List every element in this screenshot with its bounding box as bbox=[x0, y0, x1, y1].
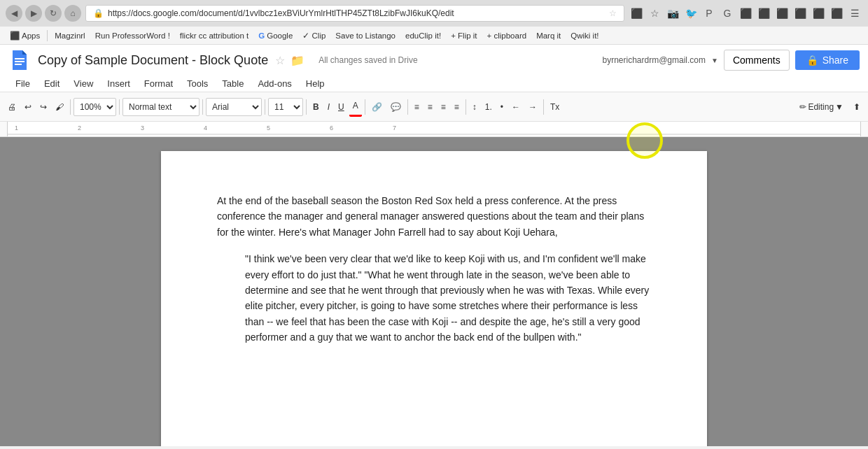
align-center-button[interactable]: ≡ bbox=[424, 97, 436, 117]
line-spacing-button[interactable]: ↕ bbox=[469, 97, 480, 117]
document-page[interactable]: At the end of the baseball season the Bo… bbox=[161, 151, 707, 446]
bold-button[interactable]: B bbox=[309, 97, 323, 117]
align-justify-button[interactable]: ≡ bbox=[451, 97, 463, 117]
bookmark-clipboard[interactable]: + clipboard bbox=[483, 30, 531, 41]
bookmark-apps-label: Apps bbox=[22, 31, 40, 40]
document-area[interactable]: At the end of the baseball season the Bo… bbox=[0, 137, 868, 446]
browser-ext-3[interactable]: 📷 bbox=[665, 6, 680, 21]
paint-format-button[interactable]: 🖌 bbox=[52, 97, 67, 117]
underline-button[interactable]: U bbox=[335, 97, 348, 117]
browser-ext-11[interactable]: ⬛ bbox=[811, 6, 826, 21]
bookmark-star-icon[interactable]: ☆ bbox=[609, 8, 617, 18]
browser-ext-8[interactable]: ⬛ bbox=[756, 6, 771, 21]
bookmark-separator bbox=[47, 30, 48, 41]
menu-addons[interactable]: Add-ons bbox=[251, 76, 298, 92]
comments-button[interactable]: Comments bbox=[724, 50, 790, 71]
bookmark-flickr[interactable]: flickr cc attribution t bbox=[176, 30, 253, 41]
gdocs-header-right: byrnerichardrm@gmail.com ▼ Comments 🔒 Sh… bbox=[602, 50, 860, 71]
zoom-select[interactable]: 100% bbox=[74, 98, 116, 116]
menu-help[interactable]: Help bbox=[299, 76, 332, 92]
forward-button[interactable]: ▶ bbox=[25, 5, 42, 22]
bookmark-listango[interactable]: Save to Listango bbox=[331, 30, 400, 41]
svg-text:5: 5 bbox=[267, 124, 270, 131]
undo-button[interactable]: ↩ bbox=[21, 97, 35, 117]
menu-tools[interactable]: Tools bbox=[180, 76, 215, 92]
bookmarks-bar: ⬛ Apps Magzinrl Run ProfessorWord ! flic… bbox=[0, 27, 868, 45]
bookmark-magzinrl-label: Magzinrl bbox=[55, 31, 85, 40]
share-label: Share bbox=[822, 55, 848, 66]
browser-ext-10[interactable]: ⬛ bbox=[792, 6, 808, 21]
numbered-list-button[interactable]: 1. bbox=[482, 97, 496, 117]
menu-edit[interactable]: Edit bbox=[37, 76, 66, 92]
star-icon[interactable]: ☆ bbox=[275, 54, 285, 67]
browser-ext-1[interactable]: ⬛ bbox=[629, 6, 644, 21]
bookmark-google[interactable]: G Google bbox=[254, 30, 297, 41]
share-lock-icon: 🔒 bbox=[806, 55, 818, 66]
redo-button[interactable]: ↪ bbox=[36, 97, 50, 117]
bookmark-qwiki[interactable]: Qwiki it! bbox=[566, 30, 603, 41]
browser-ext-5[interactable]: P bbox=[701, 6, 717, 21]
menu-format[interactable]: Format bbox=[137, 76, 180, 92]
bookmark-flipit[interactable]: + Flip it bbox=[447, 30, 481, 41]
toolbar-separator-7 bbox=[407, 99, 408, 115]
italic-button[interactable]: I bbox=[324, 97, 333, 117]
print-button[interactable]: 🖨 bbox=[4, 97, 20, 117]
comment-button[interactable]: 💬 bbox=[387, 97, 405, 117]
text-color-button[interactable]: A bbox=[349, 97, 362, 117]
toolbar-separator-9 bbox=[543, 99, 544, 115]
menu-file[interactable]: File bbox=[8, 76, 37, 92]
formatting-toolbar: 🖨 ↩ ↪ 🖌 100% Normal text Arial 11 B I U … bbox=[0, 92, 868, 122]
toolbar-separator-8 bbox=[465, 99, 466, 115]
bulleted-list-button[interactable]: • bbox=[497, 97, 507, 117]
svg-text:1: 1 bbox=[15, 124, 18, 131]
browser-ext-2[interactable]: ☆ bbox=[647, 6, 662, 21]
editing-mode-label: Editing bbox=[808, 102, 834, 112]
bookmark-marq[interactable]: Marq it bbox=[532, 30, 565, 41]
bookmark-professorword[interactable]: Run ProfessorWord ! bbox=[91, 30, 174, 41]
gdocs-doc-icon bbox=[8, 49, 31, 71]
svg-rect-3 bbox=[15, 64, 22, 65]
user-email[interactable]: byrnerichardrm@gmail.com bbox=[602, 55, 706, 65]
bookmark-magzinrl[interactable]: Magzinrl bbox=[50, 30, 89, 41]
link-button[interactable]: 🔗 bbox=[368, 97, 386, 117]
document-paragraph[interactable]: At the end of the baseball season the Bo… bbox=[217, 193, 651, 240]
refresh-button[interactable]: ↻ bbox=[45, 5, 62, 22]
document-blockquote[interactable]: "I think we've been very clear that we'd… bbox=[245, 251, 651, 345]
align-left-button[interactable]: ≡ bbox=[411, 97, 423, 117]
folder-icon[interactable]: 📁 bbox=[290, 54, 304, 67]
share-button[interactable]: 🔒 Share bbox=[795, 50, 860, 70]
paragraph-style-select[interactable]: Normal text bbox=[122, 98, 200, 116]
browser-ext-12[interactable]: ⬛ bbox=[829, 6, 844, 21]
decrease-indent-button[interactable]: ← bbox=[508, 97, 524, 117]
user-dropdown-icon[interactable]: ▼ bbox=[711, 57, 718, 64]
toolbar-separator-3 bbox=[202, 99, 203, 115]
align-right-button[interactable]: ≡ bbox=[438, 97, 449, 117]
expand-button[interactable]: ⬆ bbox=[850, 97, 864, 117]
bookmark-clip[interactable]: ✓ Clip bbox=[298, 29, 330, 42]
bookmark-educlip[interactable]: eduClip it! bbox=[401, 30, 445, 41]
increase-indent-button[interactable]: → bbox=[525, 97, 540, 117]
document-title[interactable]: Copy of Sample Document - Block Quote bbox=[38, 53, 268, 68]
url-text: https://docs.google.com/document/d/1vvlb… bbox=[108, 8, 605, 18]
clear-format-button[interactable]: Tx bbox=[547, 97, 563, 117]
home-button[interactable]: ⌂ bbox=[64, 5, 81, 22]
editing-mode-button[interactable]: ✏ Editing ▼ bbox=[796, 97, 847, 117]
browser-ext-4[interactable]: 🐦 bbox=[683, 6, 699, 21]
bookmark-apps[interactable]: ⬛ Apps bbox=[6, 29, 44, 42]
browser-ext-6[interactable]: G bbox=[720, 6, 735, 21]
bookmark-flickr-label: flickr cc attribution t bbox=[180, 31, 248, 40]
font-select[interactable]: Arial bbox=[206, 98, 262, 116]
ruler-inner: 1 2 3 4 5 6 7 bbox=[7, 122, 861, 136]
ruler: 1 2 3 4 5 6 7 bbox=[0, 122, 868, 137]
font-size-select[interactable]: 11 bbox=[268, 98, 303, 116]
menu-view[interactable]: View bbox=[66, 76, 100, 92]
browser-ext-9[interactable]: ⬛ bbox=[774, 6, 790, 21]
address-bar[interactable]: 🔒 https://docs.google.com/document/d/1vv… bbox=[85, 5, 624, 22]
browser-ext-7[interactable]: ⬛ bbox=[738, 6, 753, 21]
menu-table[interactable]: Table bbox=[215, 76, 251, 92]
back-button[interactable]: ◀ bbox=[6, 5, 22, 22]
blockquote-text[interactable]: "I think we've been very clear that we'd… bbox=[245, 251, 651, 345]
menu-insert[interactable]: Insert bbox=[100, 76, 137, 92]
google-icon: G bbox=[258, 31, 265, 40]
browser-menu-icon[interactable]: ☰ bbox=[847, 6, 862, 21]
